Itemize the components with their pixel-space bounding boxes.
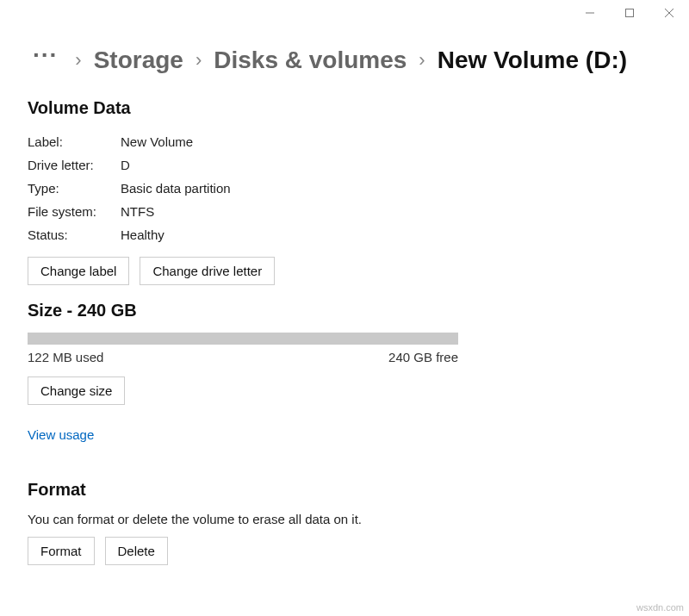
format-buttons: Format Delete xyxy=(28,537,661,565)
volume-data-heading: Volume Data xyxy=(28,98,661,118)
status-value: Healthy xyxy=(121,227,164,242)
size-usage-labels: 122 MB used 240 GB free xyxy=(28,350,458,364)
status-key: Status: xyxy=(28,227,121,242)
breadcrumb-more-icon[interactable]: ··· xyxy=(28,47,63,63)
breadcrumb-current: New Volume (D:) xyxy=(438,47,627,74)
drive-letter-key: Drive letter: xyxy=(28,158,121,172)
page-content: ··· › Storage › Disks & volumes › New Vo… xyxy=(0,0,689,601)
view-usage-link[interactable]: View usage xyxy=(28,427,94,442)
volume-data-buttons: Change label Change drive letter xyxy=(28,257,661,285)
close-button[interactable] xyxy=(649,0,689,26)
breadcrumb: ··· › Storage › Disks & volumes › New Vo… xyxy=(28,34,661,93)
change-label-button[interactable]: Change label xyxy=(28,257,129,285)
row-label: Label: New Volume xyxy=(28,130,661,153)
size-buttons: Change size xyxy=(28,376,661,405)
format-button[interactable]: Format xyxy=(28,537,95,565)
file-system-key: File system: xyxy=(28,204,121,219)
breadcrumb-storage[interactable]: Storage xyxy=(94,47,183,74)
svg-rect-1 xyxy=(626,9,634,17)
type-key: Type: xyxy=(28,181,121,196)
chevron-right-icon: › xyxy=(196,49,202,72)
change-drive-letter-button[interactable]: Change drive letter xyxy=(140,257,275,285)
row-status: Status: Healthy xyxy=(28,223,661,246)
label-value: New Volume xyxy=(121,134,193,149)
label-key: Label: xyxy=(28,134,121,149)
delete-button[interactable]: Delete xyxy=(105,537,168,565)
row-drive-letter: Drive letter: D xyxy=(28,153,661,177)
size-free-label: 240 GB free xyxy=(388,350,458,364)
settings-window: ··· › Storage › Disks & volumes › New Vo… xyxy=(0,0,689,616)
maximize-button[interactable] xyxy=(610,0,649,26)
size-usage-bar xyxy=(28,333,458,345)
size-used-label: 122 MB used xyxy=(28,350,103,364)
change-size-button[interactable]: Change size xyxy=(28,376,125,405)
format-description: You can format or delete the volume to e… xyxy=(28,512,661,526)
format-heading: Format xyxy=(28,480,661,500)
file-system-value: NTFS xyxy=(121,204,154,219)
type-value: Basic data partition xyxy=(121,181,231,196)
chevron-right-icon: › xyxy=(419,49,425,72)
size-heading: Size - 240 GB xyxy=(28,301,661,320)
minimize-button[interactable] xyxy=(570,0,610,26)
chevron-right-icon: › xyxy=(75,49,81,72)
row-type: Type: Basic data partition xyxy=(28,177,661,200)
drive-letter-value: D xyxy=(121,158,130,172)
breadcrumb-disks-volumes[interactable]: Disks & volumes xyxy=(214,47,407,74)
window-controls xyxy=(570,0,689,26)
row-file-system: File system: NTFS xyxy=(28,200,661,223)
watermark: wsxdn.com xyxy=(636,602,684,613)
